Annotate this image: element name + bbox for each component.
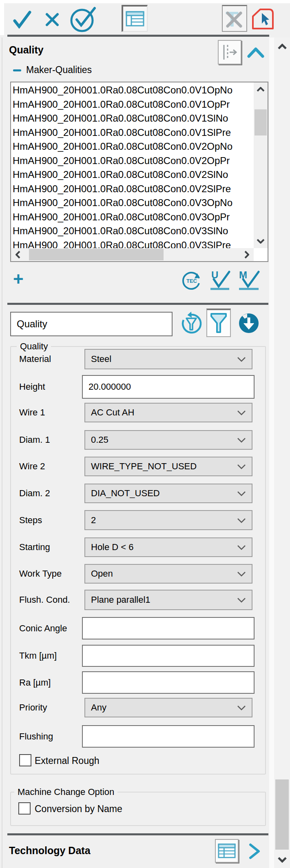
conversion-by-name-label: Conversion by Name [35,804,122,815]
chevron-down-icon [237,488,246,499]
external-rough-checkbox[interactable] [19,754,31,766]
chevron-down-icon [237,542,246,553]
diam2-select[interactable]: DIA_NOT_USED [84,484,252,503]
steps-select[interactable]: 2 [84,510,252,530]
diam1-label: Diam. 1 [19,435,50,445]
panel-left-border [2,38,2,868]
chevron-down-icon [237,461,246,472]
detach-panel-button[interactable] [218,40,241,64]
height-input[interactable]: 20.000000 [82,375,255,399]
list-item[interactable]: HmAH900_20H001.0Ra0.08Cut08Con0.0V3OpPr [13,210,252,224]
height-value: 20.000000 [89,382,131,392]
scroll-left-arrow[interactable] [11,248,25,261]
scroll-thumb[interactable] [255,109,267,135]
machine-check-button[interactable]: M [237,269,261,292]
quality-groupbox: Quality Material Steel Height 20.000000 … [10,346,266,775]
conversion-by-name-checkbox[interactable] [18,802,31,815]
machine-change-groupbox: Machine Change Option Conversion by Name [10,792,266,826]
list-item[interactable]: HmAH900_20H001.0Ra0.08Cut08Con0.0V1OpNo [13,83,252,98]
flush-cond-select[interactable]: Plane parallel1 [84,590,252,610]
wire2-select[interactable]: WIRE_TYPE_NOT_USED [84,457,252,476]
ra-label: Ra [µm] [19,677,51,688]
svg-text:U: U [211,269,218,280]
material-value: Steel [91,354,111,364]
wire1-select[interactable]: AC Cut AH [84,403,252,422]
collapse-minus-icon[interactable] [13,69,21,71]
material-label: Material [19,354,51,364]
diam2-value: DIA_NOT_USED [91,488,160,499]
wire1-value: AC Cut AH [91,407,134,418]
work-type-select[interactable]: Open [84,564,252,584]
list-item[interactable]: HmAH900_20H001.0Ra0.08Cut08Con0.0V3SlNo [13,224,252,238]
tkm-input[interactable] [82,645,255,667]
ra-input[interactable] [82,671,255,694]
validate-circled-check-icon[interactable] [69,6,98,33]
list-item[interactable]: HmAH900_20H001.0Ra0.08Cut08Con0.0V2OpNo [13,140,252,154]
delete-technology-icon: T [222,6,247,31]
diam1-value: 0.25 [91,435,108,445]
panel-vertical-scrollbar[interactable] [274,38,290,868]
list-item[interactable]: HmAH900_20H001.0Ra0.08Cut08Con0.0V1SlPre [13,126,252,140]
quality-filter-input[interactable]: Quality [10,312,173,336]
starting-select[interactable]: Hole D < 6 [84,537,252,557]
list-item[interactable]: HmAH900_20H001.0Ra0.08Cut08Con0.0V3SlPre [13,238,252,249]
machine-check-icon: M [237,269,261,292]
scroll-down-arrow[interactable] [274,852,290,867]
work-type-value: Open [91,568,113,579]
panel-title: Quality [9,44,44,56]
technology-data-table-button[interactable] [215,839,239,863]
chevron-down-icon [237,435,246,445]
steps-label: Steps [19,515,42,526]
priority-label: Priority [19,702,47,713]
tec-cycle-icon: TEC [181,269,203,291]
scroll-thumb[interactable] [29,249,164,260]
reset-filter-icon[interactable] [179,311,203,336]
scroll-thumb[interactable] [275,779,289,850]
list-item[interactable]: HmAH900_20H001.0Ra0.08Cut08Con0.0V2OpPr [13,154,252,168]
diam1-select[interactable]: 0.25 [84,430,252,450]
flush-cond-value: Plane parallel1 [91,595,151,605]
flushing-input[interactable] [82,725,255,748]
filter-toggle-button[interactable] [206,309,231,337]
user-check-button[interactable]: U [209,269,232,292]
list-item[interactable]: HmAH900_20H001.0Ra0.08Cut08Con0.0V2SlNo [13,168,252,182]
list-horizontal-scrollbar[interactable] [11,248,254,261]
wire2-label: Wire 2 [19,461,45,472]
tkm-label: Tkm [µm] [19,650,57,661]
cancel-x-icon[interactable] [45,12,60,27]
scroll-up-arrow[interactable] [254,82,268,96]
user-check-icon: U [209,269,232,292]
scroll-up-arrow[interactable] [274,39,290,54]
material-select[interactable]: Steel [84,349,252,369]
work-type-label: Work Type [19,568,62,579]
list-item[interactable]: HmAH900_20H001.0Ra0.08Cut08Con0.0V1OpPr [13,98,252,112]
section-divider-bottom [7,833,268,835]
priority-select[interactable]: Any [84,698,252,717]
add-quality-button[interactable]: + [13,270,24,288]
filter-input-value: Quality [17,318,47,330]
list-item[interactable]: HmAH900_20H001.0Ra0.08Cut08Con0.0V1SlNo [13,111,252,126]
list-item[interactable]: HmAH900_20H001.0Ra0.08Cut08Con0.0V3OpNo [13,196,252,210]
delete-technology-button[interactable]: T [222,5,247,32]
scroll-down-arrow[interactable] [254,234,268,248]
maker-qualities-list[interactable]: HmAH900_20H001.0Ra0.08Cut08Con0.0V1OpNo … [13,83,252,248]
wire2-value: WIRE_TYPE_NOT_USED [91,461,197,472]
technology-table-button[interactable] [122,5,148,32]
wire1-label: Wire 1 [19,407,45,418]
circle-down-arrow-icon [238,313,259,334]
apply-filter-button[interactable] [238,313,259,334]
expand-section-chevron-right-icon[interactable] [248,843,261,859]
detach-panel-icon [221,44,238,60]
collapse-section-chevron-up-icon[interactable] [247,47,264,59]
maker-qualities-listbox[interactable]: HmAH900_20H001.0Ra0.08Cut08Con0.0V1OpNo … [10,82,268,262]
confirm-check-icon[interactable] [12,10,33,29]
contour-select-icon[interactable] [250,7,275,31]
scroll-right-arrow[interactable] [240,248,254,261]
chevron-down-icon [237,407,246,418]
section-divider-middle [7,303,268,305]
steps-value: 2 [91,515,96,526]
list-item[interactable]: HmAH900_20H001.0Ra0.08Cut08Con0.0V2SlPre [13,182,252,196]
tec-cycle-button[interactable]: TEC [181,269,203,291]
list-vertical-scrollbar[interactable] [254,82,268,248]
conic-angle-input[interactable] [82,617,255,639]
